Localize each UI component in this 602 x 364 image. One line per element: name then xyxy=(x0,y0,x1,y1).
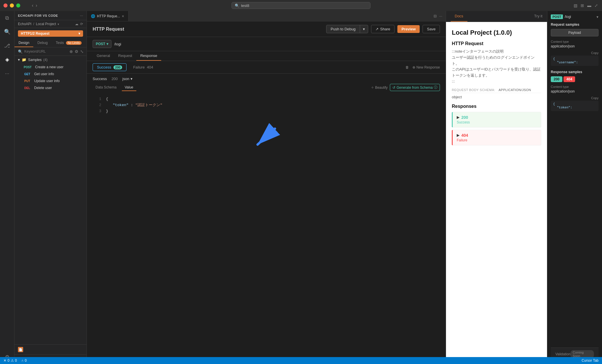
docs-tab[interactable]: Docs xyxy=(451,11,467,22)
resp-tab-failure[interactable]: Failure 404 xyxy=(129,63,157,71)
tab-close-icon[interactable]: × xyxy=(122,14,124,19)
generate-schema-btn[interactable]: ↺ Generate from Schema ⓘ xyxy=(390,84,440,91)
endpoint-dropdown-icon[interactable]: ▾ xyxy=(597,15,599,19)
error-count: 0 xyxy=(8,359,10,363)
svg-line-1 xyxy=(258,129,275,145)
beautify-btn[interactable]: ✧ Beautify xyxy=(371,86,388,90)
response-tabs: Success 200 Failure 404 🗑 ⊕ New Response xyxy=(87,61,446,74)
files-icon[interactable]: ⧉ xyxy=(3,13,12,23)
expand-icon[interactable]: ⤡ xyxy=(80,49,84,54)
nav-item-get-user[interactable]: GET Get user info xyxy=(14,71,87,77)
share-button[interactable]: ↗ Share xyxy=(371,25,395,33)
beautify-icon: ✧ xyxy=(371,86,374,90)
configure-icon[interactable]: ⚙ xyxy=(75,49,78,54)
request-body-schema-label: REQUEST BODY SCHEMA: application/json xyxy=(452,88,541,93)
delete-response-icon[interactable]: 🗑 xyxy=(405,65,409,69)
close-button[interactable] xyxy=(3,3,8,8)
response-row-404[interactable]: ▶ 404 Failure xyxy=(452,130,541,145)
request-header-right: Push to Debug ▾ ↗ Share Preview Save xyxy=(326,25,440,33)
format-selector[interactable]: json ▾ xyxy=(122,77,133,81)
data-schema-tab[interactable]: Data Schema xyxy=(93,84,120,91)
tab-request[interactable]: Request xyxy=(114,51,136,61)
code-line-1: 1 { xyxy=(96,96,437,102)
try-it-link[interactable]: Try it xyxy=(534,11,542,22)
push-debug-dropdown-icon[interactable]: ▾ xyxy=(360,25,368,33)
response-row-200[interactable]: ▶ 200 Success xyxy=(452,112,541,128)
tab-general[interactable]: General xyxy=(93,51,114,61)
more-icon[interactable]: ··· xyxy=(3,69,12,78)
url-input[interactable] xyxy=(114,42,440,46)
http-badge[interactable]: HTTP1/2 Request ▾ xyxy=(18,30,83,37)
more-icon[interactable]: ··· xyxy=(439,14,442,18)
main-tab-http[interactable]: 🌐 HTTP Reque... × xyxy=(87,11,129,21)
chevron-right-icon: ▶ xyxy=(457,133,460,137)
endpoint-row: POST /logi ▾ xyxy=(551,14,599,19)
search-bar[interactable]: 🔍 test8 xyxy=(232,2,370,9)
new-response-label: New Response xyxy=(416,65,440,69)
forward-arrow[interactable]: › xyxy=(36,3,37,8)
search-input[interactable] xyxy=(24,49,68,53)
push-debug-btn[interactable]: Push to Debug ▾ xyxy=(326,25,368,33)
response-section: Success 200 Failure 404 🗑 ⊕ New Response xyxy=(87,61,446,364)
request-header: HTTP Request Push to Debug ▾ ↗ Share Pre… xyxy=(87,21,446,37)
code-editor[interactable]: 1 { 2 "token" : "認証トークン" 3 xyxy=(93,93,440,117)
echoapi-icon[interactable]: ◈ xyxy=(3,55,12,64)
fullscreen-icon[interactable]: ⤢ xyxy=(594,3,599,8)
cursor-label: Cursor Tab xyxy=(582,359,599,363)
split-editor-icon[interactable]: ⊟ xyxy=(434,14,437,18)
main-tabbar: 🌐 HTTP Reque... × ⊟ ··· xyxy=(87,11,446,21)
new-response-btn[interactable]: ⊕ New Response xyxy=(412,65,440,69)
resp-code-preview: { "token": xyxy=(551,101,599,111)
back-arrow[interactable]: ‹ xyxy=(32,3,33,8)
collection-name: Samples xyxy=(28,58,42,62)
status-right: Cursor Tab xyxy=(582,359,599,363)
value-tab[interactable]: Value xyxy=(122,84,136,91)
request-tabs: General Request Response xyxy=(87,51,446,61)
nav-item-del-delete[interactable]: DEL Delete user xyxy=(14,84,87,91)
nav-item-put-update[interactable]: PUT Update user info xyxy=(14,77,87,84)
payload-button[interactable]: Payload xyxy=(551,29,599,36)
panel-icon[interactable]: ▬ xyxy=(587,3,592,8)
add-icon[interactable]: ⊕ xyxy=(69,49,73,54)
copy-label[interactable]: Copy xyxy=(551,51,599,55)
preview-button[interactable]: Preview xyxy=(397,25,420,33)
cloud-icon[interactable]: ☁ xyxy=(75,22,78,26)
collection-header[interactable]: ▾ 📁 Samples (4) xyxy=(14,56,87,64)
sync-icon[interactable]: ⟳ xyxy=(80,22,83,26)
activity-bar: ⧉ 🔍 ⎇ ◈ ··· ⚙ xyxy=(0,11,14,364)
folder-icon: 📁 xyxy=(22,58,26,62)
traffic-lights xyxy=(3,3,20,8)
git-status: ⑃ 0 xyxy=(21,359,27,363)
local-project-label[interactable]: Local Project xyxy=(36,22,56,26)
method-select[interactable]: POST ▾ xyxy=(93,40,111,48)
search-icon: 🔍 xyxy=(18,49,23,54)
save-button[interactable]: Save xyxy=(423,25,440,33)
chevron-down-icon: ▾ xyxy=(78,32,80,36)
code-line-3: 3 } xyxy=(96,108,437,114)
nav-item-post-create[interactable]: POST Create a new user xyxy=(14,64,87,71)
search-icon[interactable]: 🔍 xyxy=(3,27,12,36)
more-options-icon[interactable]: ··· xyxy=(80,13,83,18)
maximize-button[interactable] xyxy=(16,3,20,8)
resp-404-label: Failure xyxy=(457,138,537,142)
tab-debug[interactable]: Debug xyxy=(33,39,52,47)
minimize-button[interactable] xyxy=(10,3,14,8)
docs-panel: Docs Try it Local Project (1.0.0) HTTP R… xyxy=(446,11,547,364)
docs-tabs: Docs Try it xyxy=(446,11,547,22)
resp-tab-404[interactable]: 404 xyxy=(564,76,575,82)
resp-tab-success[interactable]: Success 200 xyxy=(93,63,126,71)
source-control-icon[interactable]: ⎇ xyxy=(3,41,12,50)
far-right-panel: POST /logi ▾ Request samples Payload Con… xyxy=(547,11,602,364)
tab-design[interactable]: Design xyxy=(14,39,33,47)
sidebar-header: ECHOAPI FOR VS CODE ··· xyxy=(14,11,87,20)
resp-copy-label[interactable]: Copy xyxy=(551,96,599,100)
layout-icon[interactable]: ⊞ xyxy=(580,3,585,8)
sidebar-toggle-icon[interactable]: ▧ xyxy=(573,3,578,8)
push-debug-label[interactable]: Push to Debug xyxy=(326,25,359,33)
resp-content-type-label: Content type xyxy=(551,85,599,88)
tab-tests[interactable]: Tests No Limits xyxy=(52,39,86,47)
success-code-badge: 200 xyxy=(113,65,122,69)
docs-description: :::noteインターフェースの説明 ユーザー認証を行うためのログインエンドポイ… xyxy=(452,49,541,85)
resp-tab-200[interactable]: 200 xyxy=(551,76,562,82)
tab-response[interactable]: Response xyxy=(136,51,161,61)
